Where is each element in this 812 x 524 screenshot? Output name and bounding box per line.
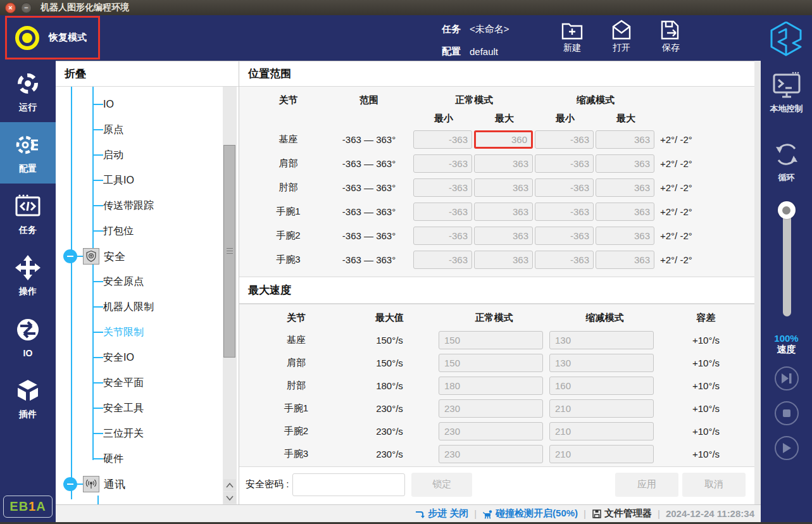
reduced-min-input[interactable]: [535, 178, 594, 197]
normal-speed-input[interactable]: [439, 331, 543, 349]
col-header-normal-mode: 正常模式: [439, 312, 549, 324]
lock-button[interactable]: 锁定: [411, 473, 472, 497]
tree-group-safety[interactable]: 安全: [56, 244, 239, 269]
step-forward-button[interactable]: [775, 366, 799, 390]
reduced-speed-input[interactable]: [549, 422, 654, 440]
play-button[interactable]: [775, 436, 799, 460]
reduced-min-input[interactable]: [535, 203, 594, 221]
tree-item-hardware[interactable]: 硬件: [56, 446, 239, 471]
normal-speed-input[interactable]: [439, 377, 543, 395]
slider-knob[interactable]: [778, 201, 796, 219]
reduced-max-input[interactable]: [596, 251, 654, 269]
reduced-min-input[interactable]: [535, 227, 594, 245]
new-button[interactable]: 新建: [561, 19, 584, 54]
tree-item-origin[interactable]: 原点: [56, 117, 239, 142]
normal-max-input[interactable]: [474, 203, 533, 221]
tree-item-startup[interactable]: 启动: [56, 142, 239, 168]
stop-icon: [782, 409, 791, 418]
highlighted-normal-max-input[interactable]: [474, 130, 533, 149]
step-status[interactable]: 步进 关闭: [415, 508, 468, 520]
normal-speed-input[interactable]: [439, 354, 543, 372]
speed-slider[interactable]: [761, 197, 812, 321]
tree-item-pack-pos[interactable]: 打包位: [56, 218, 239, 244]
tree-item-safety-tool[interactable]: 安全工具: [56, 396, 239, 421]
tree-item-safety-origin[interactable]: 安全原点: [56, 269, 239, 294]
normal-min-input[interactable]: [413, 227, 472, 245]
reduced-speed-input[interactable]: [549, 331, 654, 349]
collision-status[interactable]: 碰撞检测开启(50%): [482, 508, 578, 520]
sidebar-item-io[interactable]: IO: [0, 306, 56, 368]
reduced-min-input[interactable]: [535, 251, 594, 269]
position-section-title: 位置范围: [239, 61, 754, 87]
collapse-toggle-icon[interactable]: [63, 249, 77, 263]
sidebar-item-config[interactable]: 配置: [0, 122, 56, 184]
speed-label: 速度: [774, 344, 798, 356]
reduced-max-input[interactable]: [596, 178, 654, 197]
tree-item-three-pos-switch[interactable]: 三位开关: [56, 421, 239, 446]
reduced-max-input[interactable]: [596, 154, 654, 173]
cancel-button[interactable]: 取消: [682, 473, 746, 497]
task-code-icon: [14, 192, 42, 220]
reduced-speed-input[interactable]: [549, 445, 654, 463]
normal-min-input[interactable]: [413, 203, 472, 221]
recovery-mode-indicator[interactable]: 恢复模式: [5, 16, 100, 59]
tree-item-safety-plane[interactable]: 安全平面: [56, 370, 239, 396]
normal-speed-input[interactable]: [439, 399, 543, 418]
tree-item-conveyor[interactable]: 传送带跟踪: [56, 193, 239, 218]
normal-speed-input[interactable]: [439, 445, 543, 463]
slider-track[interactable]: [783, 208, 791, 316]
normal-max-input[interactable]: [474, 251, 533, 269]
tree-item-joint-limit[interactable]: 关节限制: [56, 320, 239, 345]
scroll-down-icon[interactable]: [223, 492, 236, 504]
reduced-min-input[interactable]: [535, 154, 594, 173]
normal-min-input[interactable]: [413, 251, 472, 269]
normal-speed-input[interactable]: [439, 422, 543, 440]
save-button[interactable]: 保存: [659, 19, 682, 54]
sidebar-item-run[interactable]: 运行: [0, 61, 56, 122]
normal-max-input[interactable]: [474, 227, 533, 245]
reduced-speed-input[interactable]: [549, 354, 654, 372]
reduced-min-input[interactable]: [535, 130, 594, 149]
tree-item-safety-io[interactable]: 安全IO: [56, 345, 239, 370]
plugin-cube-icon: [14, 377, 42, 404]
normal-min-input[interactable]: [413, 130, 472, 149]
tree-item-robot-limit[interactable]: 机器人限制: [56, 294, 239, 320]
sidebar-item-plugin[interactable]: 插件: [0, 368, 56, 429]
reduced-speed-input[interactable]: [549, 377, 654, 395]
reduced-max-input[interactable]: [596, 227, 654, 245]
recovery-mode-label: 恢复模式: [49, 32, 87, 44]
save-icon: [659, 19, 682, 41]
operate-arrows-icon: [14, 254, 42, 282]
scrollbar-thumb[interactable]: [223, 145, 235, 358]
apply-button[interactable]: 应用: [615, 473, 678, 497]
normal-min-input[interactable]: [413, 154, 472, 173]
stop-button[interactable]: [775, 401, 799, 425]
tree-scrollbar[interactable]: [223, 87, 237, 504]
file-manager-item[interactable]: 文件管理器: [592, 508, 652, 520]
collapse-header[interactable]: 折叠: [56, 61, 239, 87]
collapse-toggle-icon[interactable]: [63, 477, 77, 491]
position-row-elbow: 肘部 -363 — 363° +2°/ -2°: [252, 175, 754, 199]
normal-min-input[interactable]: [413, 178, 472, 197]
sidebar-item-operate[interactable]: 操作: [0, 245, 56, 306]
speed-section-title: 最大速度: [239, 277, 754, 304]
reduced-max-input[interactable]: [596, 203, 654, 221]
sidebar-item-task[interactable]: 任务: [0, 184, 56, 245]
col-subheader-min: 最小: [413, 113, 474, 125]
tree-item-io[interactable]: IO: [56, 92, 239, 117]
recovery-mode-icon: [13, 24, 41, 52]
scroll-up-icon[interactable]: [223, 479, 236, 491]
normal-max-input[interactable]: [474, 178, 533, 197]
position-row-wrist3: 手腕3 -363 — 363° +2°/ -2°: [252, 247, 754, 271]
tree-group-communication[interactable]: 通讯: [56, 471, 239, 497]
open-button[interactable]: 打开: [610, 19, 633, 54]
safety-password-input[interactable]: [292, 473, 405, 496]
close-button[interactable]: ×: [5, 3, 16, 13]
local-control-button[interactable]: 本地控制: [770, 71, 803, 115]
minimize-button[interactable]: −: [21, 3, 32, 13]
normal-max-input[interactable]: [474, 154, 533, 173]
loop-button[interactable]: 循环: [772, 140, 801, 184]
reduced-max-input[interactable]: [596, 130, 654, 149]
tree-item-tool-io[interactable]: 工具IO: [56, 168, 239, 193]
reduced-speed-input[interactable]: [549, 399, 654, 418]
